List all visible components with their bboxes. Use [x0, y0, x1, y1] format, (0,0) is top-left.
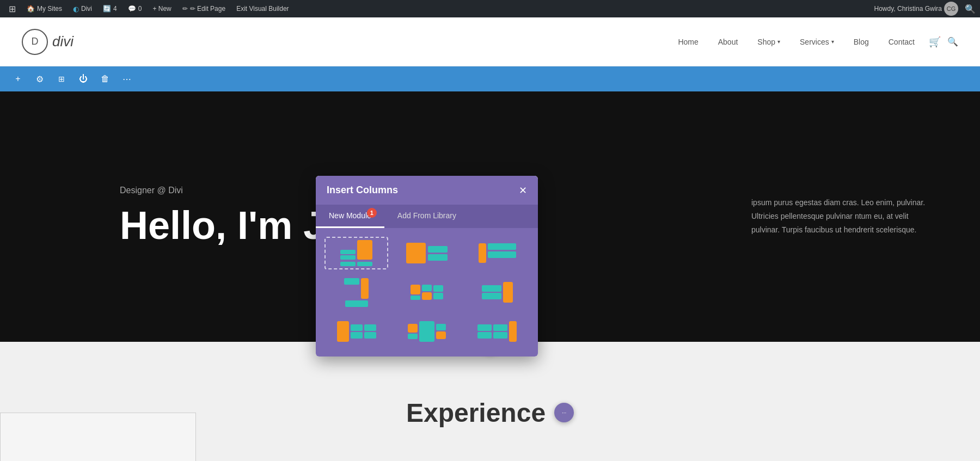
light-section: Experience ··· [0, 342, 980, 461]
new-item[interactable]: + New [148, 0, 175, 17]
updates-item[interactable]: 🔄 4 [99, 0, 121, 17]
comments-count: 0 [138, 5, 142, 13]
hero-body-text: ipsum purus egestas diam cras. Leo enim,… [751, 196, 936, 237]
admin-bar-right: Howdy, Christina Gwira CG 🔍 [874, 2, 976, 16]
tab-add-from-library[interactable]: Add From Library [384, 205, 469, 228]
new-module-badge: 1 [367, 208, 377, 218]
services-dropdown-arrow: ▾ [831, 39, 834, 45]
site-logo[interactable]: D divi [22, 29, 74, 55]
experience-title: Experience [406, 398, 546, 428]
experience-title-container: Experience ··· [406, 398, 574, 428]
my-sites-label: My Sites [37, 5, 62, 13]
column-layout-4[interactable] [324, 276, 388, 309]
modal-header: Insert Columns ✕ [316, 176, 538, 205]
column-layout-9[interactable] [465, 315, 529, 348]
column-layout-3[interactable] [465, 237, 529, 269]
edit-page-label: ✏ Edit Page [190, 5, 225, 13]
add-section-button[interactable]: + [9, 70, 27, 88]
divi-label: Divi [81, 5, 92, 13]
columns-grid [324, 237, 529, 348]
nav-shop[interactable]: Shop ▾ [750, 33, 788, 51]
new-label: + New [152, 5, 171, 13]
divi-item[interactable]: ◐ Divi [69, 0, 96, 17]
edit-page-item[interactable]: ✏ ✏ Edit Page [178, 0, 230, 17]
avatar[interactable]: CG [944, 2, 958, 16]
nav-services[interactable]: Services ▾ [792, 33, 842, 51]
layout-button[interactable]: ⊞ [52, 70, 71, 88]
header-search-icon[interactable]: 🔍 [947, 36, 958, 47]
gear-icon: ⚙ [36, 74, 44, 84]
modal-tabs: New Module 1 Add From Library [316, 205, 538, 228]
exit-vb-item[interactable]: Exit Visual Builder [232, 0, 293, 17]
site-header: D divi Home About Shop ▾ Services ▾ Blog… [0, 17, 980, 66]
divi-icon: ◐ [73, 5, 79, 13]
shop-dropdown-arrow: ▾ [777, 39, 780, 45]
tab-new-module[interactable]: New Module 1 [316, 205, 384, 228]
modal-close-button[interactable]: ✕ [519, 186, 527, 195]
column-layout-5[interactable] [395, 276, 458, 309]
admin-bar: ⊞ 🏠 My Sites ◐ Divi 🔄 4 💬 0 + New ✏ ✏ Ed… [0, 0, 980, 17]
close-icon: ✕ [519, 185, 527, 196]
exit-vb-label: Exit Visual Builder [236, 5, 289, 13]
add-icon: + [15, 74, 20, 84]
nav-about[interactable]: About [710, 33, 746, 51]
updates-count: 4 [113, 5, 117, 13]
column-layout-7[interactable] [324, 315, 388, 348]
my-sites-item[interactable]: 🏠 My Sites [22, 0, 66, 17]
wp-icon: ⊞ [9, 4, 16, 14]
dots-icon: ··· [562, 410, 566, 416]
search-icon[interactable]: 🔍 [965, 4, 976, 14]
more-options-button[interactable]: ⋯ [118, 70, 136, 88]
new-module-label: New Module [329, 211, 371, 220]
column-layout-8[interactable] [395, 315, 458, 348]
trash-icon: 🗑 [101, 74, 109, 84]
comments-item[interactable]: 💬 0 [124, 0, 146, 17]
delete-button[interactable]: 🗑 [96, 70, 114, 88]
ellipsis-icon: ⋯ [122, 74, 131, 84]
builder-toolbar: + ⚙ ⊞ ⏻ 🗑 ⋯ [0, 66, 980, 91]
add-from-library-label: Add From Library [397, 211, 456, 220]
column-layout-2[interactable] [395, 237, 458, 269]
power-button[interactable]: ⏻ [74, 70, 93, 88]
logo-text: divi [52, 33, 74, 50]
comments-icon: 💬 [128, 5, 136, 13]
column-layout-6[interactable] [465, 276, 529, 309]
cart-icon[interactable]: 🛒 [929, 36, 941, 48]
main-content: Designer @ Divi Hello, I'm Jar ipsum pur… [0, 91, 980, 461]
nav-contact[interactable]: Contact [881, 33, 922, 51]
column-layout-1[interactable] [324, 237, 388, 269]
section-settings-button[interactable]: ⚙ [30, 70, 49, 88]
site-nav: Home About Shop ▾ Services ▾ Blog Contac… [670, 33, 958, 51]
insert-columns-modal: Insert Columns ✕ New Module 1 Add From L… [316, 176, 538, 356]
updates-icon: 🔄 [103, 5, 111, 13]
nav-home[interactable]: Home [670, 33, 706, 51]
wp-logo-item[interactable]: ⊞ [4, 0, 20, 17]
layout-icon: ⊞ [58, 75, 65, 83]
logo-circle: D [22, 29, 48, 55]
modal-body [316, 228, 538, 356]
edit-icon: ✏ [182, 5, 188, 13]
home-icon: 🏠 [27, 5, 35, 13]
floating-module-button[interactable]: ··· [554, 403, 574, 422]
modal-title: Insert Columns [327, 185, 398, 196]
nav-blog[interactable]: Blog [846, 33, 877, 51]
power-icon: ⏻ [79, 74, 88, 84]
experience-left-box [0, 413, 196, 461]
greeting-text: Howdy, Christina Gwira [874, 5, 942, 13]
